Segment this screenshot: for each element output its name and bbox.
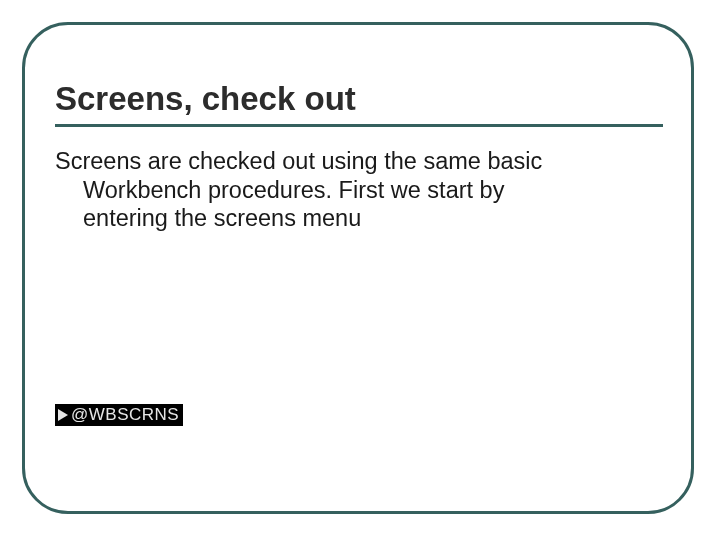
body-line: Workbench procedures. First we start by (55, 176, 645, 205)
svg-marker-0 (58, 409, 68, 421)
slide-content: Screens, check out Screens are checked o… (55, 80, 665, 233)
slide-title: Screens, check out (55, 80, 665, 118)
slide-body: Screens are checked out using the same b… (55, 147, 645, 233)
body-line: Screens are checked out using the same b… (55, 147, 645, 176)
play-triangle-icon (57, 408, 69, 422)
title-underline (55, 124, 663, 127)
menu-item-wbscrns[interactable]: @WBSCRNS (55, 404, 183, 426)
menu-item-label: @WBSCRNS (71, 404, 179, 426)
body-line: entering the screens menu (55, 204, 645, 233)
